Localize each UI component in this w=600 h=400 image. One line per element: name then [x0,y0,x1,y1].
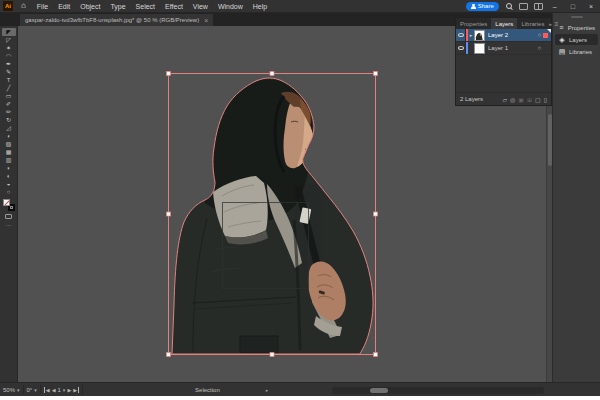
panel-menu-icon[interactable]: ≡ [555,21,559,27]
handle-mid-left[interactable] [167,212,171,216]
panel-dock: ≡ Properties ◈ Layers ▤ Libraries [552,13,600,382]
collect-for-export-icon[interactable]: ▱ [502,96,507,103]
hand-tool[interactable]: ◒ [2,180,16,188]
menu-object[interactable]: Object [75,0,105,13]
handle-bottom-mid[interactable] [270,353,274,357]
target-circle-icon[interactable]: ○ [537,32,541,38]
target-circle-icon[interactable]: ○ [537,45,541,51]
blend-tool[interactable]: ◐ [2,172,16,180]
layer-name[interactable]: Layer 1 [488,45,537,51]
scale-tool[interactable]: ◿ [2,124,16,132]
new-layer-icon[interactable]: ▢ [535,96,541,103]
delete-layer-icon[interactable]: ▯ [544,96,547,103]
close-window-button[interactable]: × [585,0,597,13]
menu-view[interactable]: View [188,0,213,13]
home-icon[interactable]: ⌂ [21,2,26,10]
tab-layers[interactable]: Layers [491,18,517,29]
layer-count: 2 Layers [460,96,483,102]
paintbrush-tool[interactable]: ✐ [2,100,16,108]
gradient-tool[interactable]: ▥ [2,156,16,164]
dock-item-properties[interactable]: ≡ Properties [555,22,598,33]
pen-tool[interactable]: ✒ [2,60,16,68]
next-artboard-button[interactable]: ▶ [67,387,71,393]
mesh-tool[interactable]: ▦ [2,148,16,156]
handle-bottom-left[interactable] [167,353,171,357]
menu-effect[interactable]: Effect [160,0,188,13]
tab-close-icon[interactable]: × [204,17,208,24]
menu-edit[interactable]: Edit [53,0,75,13]
pencil-tool[interactable]: ✏ [2,108,16,116]
share-button[interactable]: Share [466,2,499,11]
zoom-level-dropdown[interactable]: 50% ▾ [0,387,23,393]
status-menu-arrow-icon[interactable]: ▸ [266,387,269,393]
handle-top-left[interactable] [167,72,171,76]
menu-select[interactable]: Select [131,0,160,13]
horizontal-scrollbar-thumb[interactable] [370,388,388,393]
layer-name[interactable]: Layer 2 [488,32,537,38]
make-clipping-mask-icon[interactable]: ▣ [518,96,524,103]
new-sublayer-icon[interactable]: ⊞ [527,96,532,103]
visibility-toggle[interactable] [456,42,466,54]
visibility-toggle[interactable] [456,29,466,41]
arrange-documents-icon[interactable] [534,3,543,10]
curvature-tool[interactable]: ✎ [2,68,16,76]
menu-file[interactable]: File [32,0,53,13]
layers-panel: Properties Layers Libraries » ≡ ▸ Layer … [455,17,552,106]
chevron-down-icon: ▾ [34,387,37,393]
search-icon[interactable] [505,2,513,10]
artboard-number[interactable]: 1 [58,387,61,393]
zoom-tool[interactable]: ○ [2,188,16,196]
line-segment-tool[interactable]: ╱ [2,84,16,92]
illustrator-app-icon[interactable]: Ai [3,1,13,11]
layers-icon: ◈ [558,36,566,43]
minimize-button[interactable]: – [549,0,561,13]
selected-art-indicator[interactable] [543,33,548,38]
chevron-down-icon[interactable]: ▾ [63,387,66,393]
layer-thumbnail [474,43,485,54]
handle-bottom-right[interactable] [374,353,378,357]
artboard-navigation: ◀ ◀ 1 ▾ ▶ ▶ [41,387,82,393]
rectangle-tool[interactable]: ▭ [2,92,16,100]
status-indicator: Selection [195,387,220,393]
edit-toolbar-icon[interactable]: … [6,221,12,227]
horizontal-scrollbar[interactable] [332,387,544,394]
layer-row-layer1[interactable]: Layer 1 ○ [456,42,551,55]
locate-object-icon[interactable]: ◎ [510,96,515,103]
layers-list-empty-area [456,55,551,92]
eyedropper-tool[interactable]: ◗ [2,164,16,172]
handle-top-right[interactable] [374,72,378,76]
tab-libraries[interactable]: Libraries [517,18,548,29]
rotate-tool[interactable]: ↻ [2,116,16,124]
type-tool[interactable]: T [2,76,16,84]
magic-wand-tool[interactable]: ✶ [2,44,16,52]
rotation-dropdown[interactable]: 0° ▾ [24,387,40,393]
workspace-switcher-icon[interactable] [519,3,528,10]
free-transform-tool[interactable]: ▧ [2,140,16,148]
first-artboard-button[interactable]: ◀ [44,387,50,393]
illustrator-window: Ai ⌂ File Edit Object Type Select Effect… [0,0,600,396]
menu-window[interactable]: Window [213,0,248,13]
tab-properties[interactable]: Properties [456,18,491,29]
status-bar: 50% ▾ 0° ▾ ◀ ◀ 1 ▾ ▶ ▶ Selection ▸ [0,382,600,396]
handle-mid-right[interactable] [374,212,378,216]
document-tab[interactable]: gaspar-zaldo-tvd3wfbTbF8-unsplash.jpg* @… [20,14,213,26]
selection-tool[interactable]: ◤ [2,28,16,36]
maximize-button[interactable]: □ [567,0,579,13]
menu-help[interactable]: Help [248,0,272,13]
width-tool[interactable]: ◖ [2,132,16,140]
handle-top-mid[interactable] [270,72,274,76]
direct-selection-tool[interactable]: ◸ [2,36,16,44]
layer-row-layer2[interactable]: ▸ Layer 2 ○ [456,29,551,42]
collapse-panel-icon[interactable]: » [548,21,551,27]
last-artboard-button[interactable]: ▶ [73,387,79,393]
divider [82,385,83,394]
dock-item-libraries[interactable]: ▤ Libraries [555,46,598,57]
lasso-tool[interactable]: ◠ [2,52,16,60]
draw-mode-icon[interactable] [5,214,12,219]
person-photo[interactable] [165,70,380,360]
previous-artboard-button[interactable]: ◀ [52,387,56,393]
dock-item-layers[interactable]: ◈ Layers [555,34,598,45]
menu-type[interactable]: Type [105,0,130,13]
dock-grip[interactable] [571,16,583,18]
fill-swatch[interactable] [3,199,10,206]
